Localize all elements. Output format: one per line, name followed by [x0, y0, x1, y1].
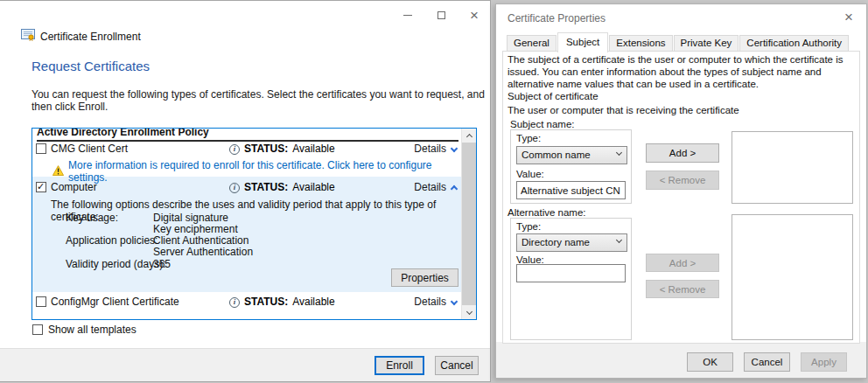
list-content: Active Directory Enrollment Policy CMG C… [32, 129, 461, 319]
scroll-down-icon[interactable] [462, 305, 476, 319]
subject-remove-button: < Remove [646, 171, 719, 190]
validity-period-label: Validity period (days): [66, 258, 166, 270]
application-policy-value: Client Authentication [153, 234, 248, 247]
alternative-name-group: Type: Directory name Value: [510, 218, 632, 340]
computer-details-toggle[interactable]: Details [414, 181, 457, 194]
status-block: STATUS: Available [229, 181, 335, 194]
alternative-remove-button: < Remove [646, 280, 719, 298]
alternative-add-button: Add > [646, 254, 719, 272]
page-description: You can request the following types of c… [32, 88, 490, 113]
chevron-down-icon [616, 237, 622, 243]
app-title: Certificate Enrollment [40, 31, 141, 43]
properties-button[interactable]: Properties [391, 268, 458, 287]
window-controls [399, 6, 483, 24]
desktop: Certificate Enrollment Request Certifica… [0, 0, 868, 383]
status-label: STATUS: [244, 181, 288, 194]
show-all-templates[interactable]: Show all templates [32, 324, 136, 336]
type-label: Type: [516, 221, 541, 232]
certificate-icon [21, 29, 35, 44]
certificate-properties-window: Certificate Properties General Subject E… [495, 3, 867, 379]
chevron-down-icon [451, 297, 458, 304]
subject-hint: The user or computer that is receiving t… [508, 105, 739, 115]
chevron-down-icon [451, 144, 458, 151]
cmg-checkbox[interactable] [36, 143, 46, 154]
tab-private-key[interactable]: Private Key [674, 35, 739, 52]
show-all-label: Show all templates [48, 324, 136, 336]
alternative-type-value: Directory name [522, 237, 590, 247]
ok-button[interactable]: OK [687, 352, 733, 372]
tab-description: The subject of a certificate is the user… [508, 53, 857, 90]
certificate-enrollment-window: Certificate Enrollment Request Certifica… [0, 0, 491, 382]
alternative-value-input[interactable] [516, 264, 626, 282]
close-icon[interactable] [839, 8, 858, 27]
tab-general[interactable]: General [507, 35, 556, 52]
show-all-checkbox[interactable] [32, 324, 43, 335]
cert-row-configmgr[interactable]: ConfigMgr Client Certificate STATUS: Ava… [32, 296, 461, 310]
configmgr-details-toggle[interactable]: Details [414, 296, 457, 309]
subject-type-select[interactable]: Common name [516, 146, 627, 164]
alternative-name-listbox[interactable] [732, 214, 853, 340]
subject-name-listbox[interactable] [732, 131, 853, 204]
details-label: Details [414, 143, 446, 156]
cancel-button[interactable]: Cancel [435, 356, 479, 375]
status-label: STATUS: [244, 143, 288, 156]
subject-name-label: Subject name: [510, 119, 575, 129]
maximize-icon[interactable] [432, 6, 450, 24]
chevron-up-icon [451, 185, 458, 192]
dialog-footer: Enroll Cancel [0, 348, 490, 381]
subject-value-input[interactable] [516, 181, 626, 199]
details-label: Details [414, 296, 446, 309]
minimize-icon[interactable] [399, 6, 416, 24]
cmg-warning-row: More information is required to enroll f… [52, 159, 461, 184]
status-value: Available [292, 181, 334, 194]
cert-row-cmg[interactable]: CMG Client Cert STATUS: Available Detail… [32, 143, 461, 157]
subject-add-button[interactable]: Add > [646, 143, 719, 163]
computer-checkbox[interactable] [36, 182, 46, 192]
status-value: Available [292, 296, 334, 309]
cert-name: ConfigMgr Client Certificate [51, 296, 179, 309]
info-icon [229, 144, 240, 155]
cert-name: Computer [51, 181, 97, 194]
key-usage-value: Digital signature [153, 212, 228, 224]
cert-row-computer[interactable]: Computer STATUS: Available Details [32, 181, 461, 195]
window-title: Certificate Properties [508, 12, 606, 24]
configure-settings-link[interactable]: More information is required to enroll f… [68, 159, 461, 184]
cmg-details-toggle[interactable]: Details [414, 143, 457, 156]
info-icon [229, 297, 240, 308]
type-label: Type: [516, 133, 541, 143]
tab-bar: General Subject Extensions Private Key C… [507, 31, 850, 52]
tab-certification-authority[interactable]: Certification Authority [739, 35, 849, 52]
warning-icon [52, 165, 64, 178]
cancel-button[interactable]: Cancel [744, 352, 790, 372]
page-title: Request Certificates [32, 59, 150, 73]
application-policy-value: Server Authentication [153, 246, 253, 258]
details-label: Details [414, 181, 446, 194]
status-label: STATUS: [244, 296, 288, 309]
alternative-name-label: Alternative name: [508, 207, 586, 218]
close-icon[interactable] [466, 6, 483, 24]
tab-subject[interactable]: Subject [557, 32, 608, 52]
scrollbar[interactable] [461, 129, 476, 319]
app-header: Certificate Enrollment [21, 29, 141, 44]
alternative-type-select[interactable]: Directory name [516, 233, 627, 252]
cert-name: CMG Client Cert [51, 143, 128, 156]
dialog-footer: OK Cancel Apply [496, 342, 866, 378]
scroll-up-icon[interactable] [462, 129, 476, 143]
application-policies-label: Application policies: [66, 234, 158, 247]
subject-tab-page: The subject of a certificate is the user… [502, 51, 860, 344]
tab-extensions[interactable]: Extensions [609, 35, 672, 52]
status-block: STATUS: Available [229, 296, 335, 309]
subject-name-group: Type: Common name Value: [510, 129, 632, 204]
certificate-template-list: Active Directory Enrollment Policy CMG C… [32, 128, 477, 320]
scrollbar-thumb[interactable] [462, 143, 476, 305]
key-usage-value: Key encipherment [153, 223, 238, 235]
policy-header: Active Directory Enrollment Policy [37, 129, 458, 142]
subject-type-value: Common name [522, 150, 591, 160]
enroll-button[interactable]: Enroll [374, 356, 424, 375]
key-usage-label: Key usage: [66, 212, 118, 224]
info-icon [229, 183, 240, 193]
value-label: Value: [516, 169, 544, 179]
validity-period-value: 365 [153, 258, 171, 270]
configmgr-checkbox[interactable] [36, 296, 46, 307]
status-value: Available [292, 143, 334, 156]
